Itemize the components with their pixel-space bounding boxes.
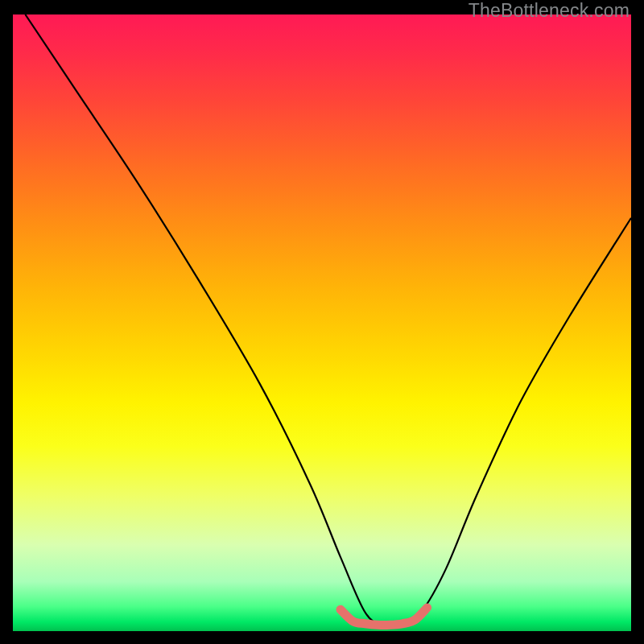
plot-area — [13, 14, 631, 631]
optimal-band-path — [341, 608, 427, 625]
chart-container: TheBottleneck.com — [0, 0, 644, 644]
bottleneck-curve-path — [25, 14, 631, 626]
chart-svg — [13, 14, 631, 631]
watermark-text: TheBottleneck.com — [469, 0, 630, 22]
